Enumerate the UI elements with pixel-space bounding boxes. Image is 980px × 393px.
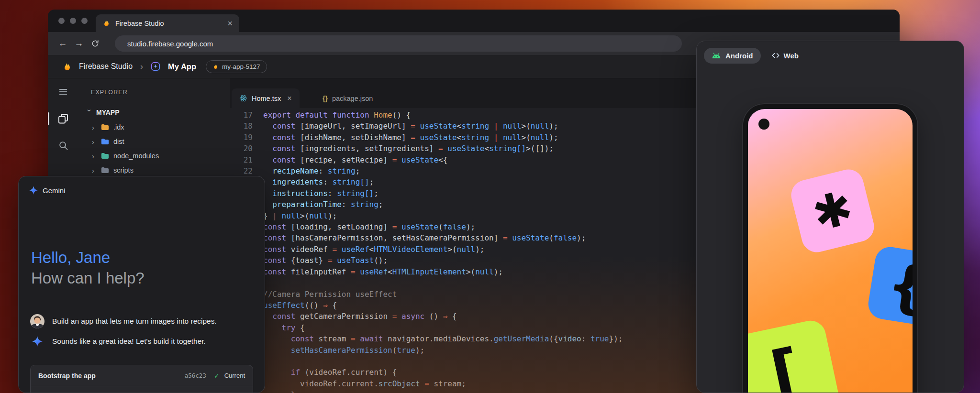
greeting-line-2: How can I help? xyxy=(31,268,145,288)
code-brackets-icon xyxy=(771,51,780,60)
file-tree: ›.idx›dist›node_modules›scripts xyxy=(78,120,230,177)
forward-button[interactable]: → xyxy=(71,38,87,49)
commit-hash: a56c23 xyxy=(185,372,206,379)
tree-item-node_modules[interactable]: ›node_modules xyxy=(78,149,230,163)
window-controls xyxy=(58,18,88,24)
firebase-logo-icon xyxy=(62,62,72,72)
app-name[interactable]: My App xyxy=(168,62,196,71)
browser-titlebar: Firebase Studio × xyxy=(48,10,900,32)
preview-tab-web[interactable]: Web xyxy=(767,47,803,64)
tab-title: Firebase Studio xyxy=(115,20,223,27)
tree-item-.idx[interactable]: ›.idx xyxy=(78,120,230,134)
back-button[interactable]: ← xyxy=(55,38,71,49)
tree-root-label: MYAPP xyxy=(96,109,120,116)
search-rail-button[interactable] xyxy=(48,132,78,159)
firebase-flame-icon xyxy=(102,19,111,27)
task-title: Bootstrap the app xyxy=(38,372,180,380)
folder-icon xyxy=(101,152,109,160)
gemini-greeting: Hello, Jane How can I help? xyxy=(31,247,145,288)
chevron-right-icon: › xyxy=(92,123,97,131)
app-tile-asterisk[interactable]: ✱ xyxy=(788,166,878,256)
folder-icon xyxy=(101,123,109,131)
gemini-title: Gemini xyxy=(43,186,66,195)
task-card[interactable]: Bootstrap the app a56c23 ✓ Current src/p… xyxy=(30,365,253,393)
tree-root-myapp[interactable]: › MYAPP xyxy=(78,96,230,116)
tab-close-icon[interactable]: × xyxy=(227,19,233,28)
preview-panel: Android Web ✱ { [ xyxy=(696,41,964,393)
preview-tab-android[interactable]: Android xyxy=(704,48,761,64)
tree-item-dist[interactable]: ›dist xyxy=(78,134,230,149)
preview-tab-label: Web xyxy=(784,52,799,60)
folder-icon xyxy=(101,138,109,145)
check-icon: ✓ xyxy=(214,372,220,380)
camera-punch-hole xyxy=(758,119,769,130)
gemini-panel: Gemini Hello, Jane How can I help? Build… xyxy=(18,176,265,393)
preview-tabs: Android Web xyxy=(704,47,803,64)
address-bar[interactable]: studio.firebase.google.com xyxy=(115,35,682,52)
address-bar-url: studio.firebase.google.com xyxy=(127,40,213,48)
product-name[interactable]: Firebase Studio xyxy=(79,62,133,71)
breadcrumb-separator: › xyxy=(140,62,143,72)
project-badge[interactable]: my-app-5127 xyxy=(206,60,267,73)
menu-button[interactable] xyxy=(48,78,78,105)
task-card-header[interactable]: Bootstrap the app a56c23 ✓ Current xyxy=(31,365,253,386)
app-tile-bracket[interactable]: [ xyxy=(748,318,842,393)
preview-tab-label: Android xyxy=(725,52,753,60)
chat-message-user: Build an app that lets me turn images in… xyxy=(30,314,217,328)
firebase-flame-icon xyxy=(212,64,219,70)
android-icon xyxy=(712,53,721,59)
window-control-minimize[interactable] xyxy=(70,18,76,24)
editor-tab-package-json[interactable]: {} package.json xyxy=(315,88,380,108)
search-icon xyxy=(58,140,69,151)
chat-message-text: Sounds like a great idea! Let's build it… xyxy=(52,337,206,346)
editor-tab-label: Home.tsx xyxy=(252,95,281,102)
gemini-sparkle-icon xyxy=(30,336,45,347)
tree-item-label: scripts xyxy=(113,166,134,174)
gemini-header: Gemini xyxy=(19,176,265,195)
tab-close-icon[interactable]: × xyxy=(287,94,291,103)
status-label: Current xyxy=(224,372,245,379)
reload-icon xyxy=(91,39,100,48)
editor-tab-label: package.json xyxy=(332,95,373,102)
chevron-right-icon: › xyxy=(92,152,97,160)
window-control-maximize[interactable] xyxy=(81,18,88,24)
explorer-title: EXPLORER xyxy=(78,78,230,96)
desktop-background: Firebase Studio × ← → studio.firebase.go… xyxy=(0,0,980,393)
greeting-line-1: Hello, Jane xyxy=(31,247,145,268)
explorer-rail-button[interactable] xyxy=(48,105,78,132)
chevron-right-icon: › xyxy=(92,166,97,175)
reload-button[interactable] xyxy=(87,39,103,48)
user-avatar xyxy=(30,314,45,328)
app-prototype-icon xyxy=(151,62,160,71)
project-badge-label: my-app-5127 xyxy=(222,63,260,70)
device-screen: ✱ { [ xyxy=(748,109,913,393)
chevron-down-icon: › xyxy=(86,109,94,114)
react-icon xyxy=(239,94,247,102)
chevron-right-icon: › xyxy=(92,138,97,146)
chat-message-text: Build an app that lets me turn images in… xyxy=(52,317,217,326)
app-tile-brace[interactable]: { xyxy=(866,245,913,328)
tree-item-label: node_modules xyxy=(113,152,159,160)
task-file-row[interactable]: src/pages/Home.tsx +122 xyxy=(31,386,253,393)
chat-message-gemini: Sounds like a great idea! Let's build it… xyxy=(30,336,206,347)
tree-item-label: .idx xyxy=(113,123,124,131)
android-device-frame: ✱ { [ xyxy=(742,103,918,393)
folder-icon xyxy=(101,166,109,174)
window-control-close[interactable] xyxy=(58,18,65,24)
browser-tab[interactable]: Firebase Studio × xyxy=(96,14,239,32)
tree-item-scripts[interactable]: ›scripts xyxy=(78,163,230,177)
json-braces-icon: {} xyxy=(323,95,328,102)
editor-tab-home-tsx[interactable]: Home.tsx × xyxy=(232,88,300,108)
files-icon xyxy=(57,113,69,124)
tree-item-label: dist xyxy=(113,138,124,145)
gemini-sparkle-icon xyxy=(29,186,38,195)
hamburger-menu-icon xyxy=(58,87,68,97)
